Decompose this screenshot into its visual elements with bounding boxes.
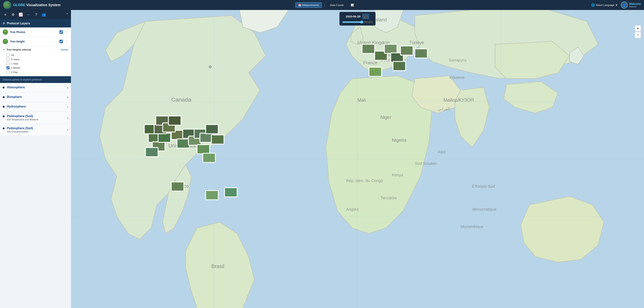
svg-text:Mali: Mali [358, 97, 366, 102]
svg-rect-62 [415, 49, 428, 58]
sphere-dot [3, 115, 4, 117]
zoom-out-button[interactable]: − [635, 32, 641, 38]
interval-1month: 1 Month [6, 66, 68, 70]
svg-rect-45 [211, 135, 224, 144]
svg-rect-47 [203, 153, 215, 163]
svg-text:Éthiopie Sud: Éthiopie Sud [472, 184, 495, 188]
header-right: 🌐 Select Language ▼ 👤 Welcome Options [591, 2, 641, 9]
svg-rect-36 [158, 133, 171, 142]
interval-1month-checkbox[interactable] [6, 66, 10, 69]
interval-1year-checkbox[interactable] [6, 62, 10, 65]
map-controls: + − [635, 25, 641, 38]
tree-height-icon: 🌳 [3, 39, 8, 44]
sphere-dot [3, 106, 4, 108]
interval-collapse-icon[interactable]: ▼ [3, 48, 5, 51]
map-background: Canada United States México Brasil Unite… [71, 10, 644, 308]
chevron-down-icon: ▼ [615, 4, 618, 7]
svg-rect-39 [177, 139, 190, 148]
svg-text:Angola: Angola [346, 207, 358, 211]
svg-rect-54 [224, 188, 237, 197]
svg-text:Nigeria: Nigeria [392, 137, 406, 143]
svg-text:démocratique: démocratique [472, 207, 496, 211]
world-map-svg: Canada United States México Brasil Unite… [71, 10, 644, 308]
svg-text:Brasil: Brasil [211, 263, 224, 269]
camera-button[interactable]: 🎥 [362, 14, 369, 19]
more-icon[interactable]: ··· [25, 12, 32, 18]
app-logo [3, 1, 11, 9]
users-icon[interactable]: 👥 [41, 12, 47, 18]
sphere-content: Pedosphere (Soil) Soil Temperature and M… [7, 114, 65, 121]
tree-photos-icon: 🌳 [3, 29, 8, 35]
svg-text:Украина: Украина [449, 75, 464, 79]
svg-rect-52 [171, 182, 184, 191]
sidebar: ≡ ⚙ 📈 ··· ? 👥 ⌃ ≡ Protocol Layers 🌳 Tree… [0, 10, 71, 308]
svg-text:Беларусь: Беларусь [449, 58, 467, 62]
svg-rect-55 [362, 44, 375, 53]
data-counts-button[interactable]: Data Counts [327, 3, 346, 8]
help-icon[interactable]: ? [33, 12, 39, 18]
map-container[interactable]: Canada United States México Brasil Unite… [71, 10, 644, 308]
svg-text:Mozambique: Mozambique [461, 224, 484, 229]
interval-5years-checkbox[interactable] [6, 58, 10, 61]
svg-rect-50 [168, 116, 181, 125]
sphere-hydrosphere[interactable]: Hydrosphere › [0, 102, 71, 112]
interval-options: All 5 Years 1 Year 1 Month 1 Day [3, 53, 68, 74]
svg-rect-57 [384, 44, 397, 53]
sphere-atmosphere[interactable]: Atmosphere › [0, 83, 71, 93]
measurements-button[interactable]: 📅 Measurements [295, 2, 322, 8]
globe-icon: 🌐 [591, 3, 595, 7]
svg-rect-61 [369, 67, 382, 76]
logo-globe-icon [4, 2, 10, 9]
tree-height-layer: 🌳 Tree Height ⋮ [0, 37, 71, 46]
layers-icon[interactable]: ≡ [2, 12, 8, 18]
svg-text:Türkiye: Türkiye [409, 40, 424, 45]
avatar: 👤 [621, 2, 628, 9]
interval-1day-checkbox[interactable] [6, 70, 10, 74]
svg-text:Island: Island [375, 17, 387, 22]
date-display: 2020-06-29 [346, 15, 360, 18]
interval-all: All [6, 53, 68, 57]
protocol-layers-header: ≡ Protocol Layers [0, 19, 71, 28]
interval-all-checkbox[interactable] [6, 54, 10, 57]
sphere-arrow-icon: › [67, 128, 68, 132]
data-counts-icon-button[interactable]: 📊 [348, 3, 356, 8]
tree-photos-menu[interactable]: ⋮ [65, 30, 68, 34]
chart-icon: 📊 [351, 4, 354, 7]
date-slider[interactable] [342, 21, 373, 24]
sphere-pedosphere-temp[interactable]: Pedosphere (Soil) Soil Temperature and M… [0, 112, 71, 124]
sphere-biosphere[interactable]: Biosphere › [0, 93, 71, 102]
svg-rect-43 [200, 133, 212, 142]
measurements-icon: 📅 [298, 4, 301, 7]
sphere-chooser-header: Choose sphere to explore protocols [0, 76, 71, 83]
sphere-content: Biosphere [7, 95, 65, 99]
header-left: GLOBE Visualization System [3, 1, 60, 9]
language-selector[interactable]: 🌐 Select Language ▼ [591, 3, 618, 7]
svg-text:Kenya: Kenya [392, 173, 403, 177]
svg-text:Niger: Niger [380, 115, 392, 120]
sphere-pedosphere-char[interactable]: Pedosphere (Soil) Soil Characterization … [0, 124, 71, 136]
collapse-button[interactable]: ⌃ [66, 13, 69, 17]
app-title: GLOBE Visualization System [13, 3, 60, 7]
interval-5years: 5 Years [6, 57, 68, 61]
svg-text:Sud Soudan: Sud Soudan [415, 161, 437, 166]
svg-text:Canada: Canada [171, 96, 192, 103]
svg-text:Atjcr: Atjcr [438, 149, 446, 154]
svg-rect-60 [393, 61, 406, 71]
sphere-content: Atmosphere [7, 86, 65, 89]
interval-1day: 1 Day [6, 70, 68, 74]
tree-photos-checkbox[interactable] [60, 30, 63, 34]
header-divider: | [324, 3, 325, 7]
svg-rect-44 [206, 125, 218, 134]
tree-height-menu[interactable]: ⋮ [65, 39, 68, 44]
chart-icon[interactable]: 📈 [18, 12, 24, 18]
filter-icon[interactable]: ⚙ [10, 12, 16, 18]
svg-text:العرابي: العرابي [438, 107, 450, 111]
sphere-dot [3, 96, 4, 98]
sphere-content: Pedosphere (Soil) Soil Characterization [7, 126, 65, 133]
sphere-arrow-icon: › [67, 116, 68, 120]
user-welcome: 👤 Welcome Options [621, 2, 641, 9]
main-layout: ≡ ⚙ 📈 ··· ? 👥 ⌃ ≡ Protocol Layers 🌳 Tree… [0, 10, 644, 308]
interval-1year: 1 Year [6, 61, 68, 66]
zoom-in-button[interactable]: + [635, 25, 641, 32]
tree-height-checkbox[interactable] [60, 40, 63, 43]
